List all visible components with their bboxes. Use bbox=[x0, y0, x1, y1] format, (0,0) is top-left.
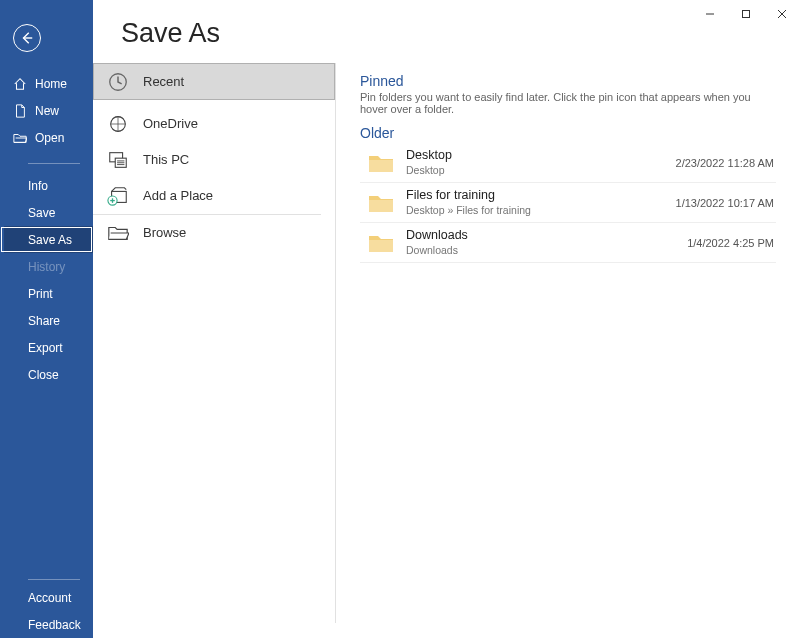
folder-timestamp: 1/4/2022 4:25 PM bbox=[687, 237, 774, 249]
folder-name: Files for training bbox=[406, 188, 664, 204]
location-addplace[interactable]: Add a Place bbox=[93, 178, 335, 214]
location-list: Recent OneDrive This PC Add a Place Brow… bbox=[93, 63, 336, 623]
sidebar-item-label: Save As bbox=[28, 233, 72, 247]
sidebar-item-save[interactable]: Save bbox=[0, 199, 93, 226]
sidebar-item-close[interactable]: Close bbox=[0, 361, 93, 388]
sidebar-item-label: Close bbox=[28, 368, 59, 382]
folder-row[interactable]: Downloads Downloads 1/4/2022 4:25 PM bbox=[360, 223, 776, 263]
folder-info: Files for training Desktop » Files for t… bbox=[406, 188, 664, 217]
section-heading-pinned: Pinned bbox=[360, 73, 776, 89]
home-icon bbox=[13, 77, 27, 91]
folder-path: Desktop » Files for training bbox=[406, 204, 664, 217]
location-onedrive[interactable]: OneDrive bbox=[93, 106, 335, 142]
back-button[interactable] bbox=[13, 24, 41, 52]
sidebar-item-new[interactable]: New bbox=[0, 97, 93, 124]
sidebar-item-history: History bbox=[0, 253, 93, 280]
sidebar-item-home[interactable]: Home bbox=[0, 70, 93, 97]
folder-icon bbox=[368, 192, 394, 214]
separator bbox=[28, 163, 80, 164]
folder-content: Pinned Pin folders you want to easily fi… bbox=[336, 63, 800, 623]
folder-timestamp: 2/23/2022 11:28 AM bbox=[676, 157, 774, 169]
folder-icon bbox=[107, 222, 129, 244]
sidebar-item-export[interactable]: Export bbox=[0, 334, 93, 361]
folder-name: Desktop bbox=[406, 148, 664, 164]
window-controls bbox=[692, 0, 800, 28]
onedrive-icon bbox=[107, 113, 129, 135]
location-browse[interactable]: Browse bbox=[93, 215, 335, 251]
location-thispc[interactable]: This PC bbox=[93, 142, 335, 178]
folder-name: Downloads bbox=[406, 228, 675, 244]
sidebar-item-print[interactable]: Print bbox=[0, 280, 93, 307]
sidebar-item-label: History bbox=[28, 260, 65, 274]
folder-path: Downloads bbox=[406, 244, 675, 257]
sidebar-item-label: Save bbox=[28, 206, 55, 220]
folder-info: Desktop Desktop bbox=[406, 148, 664, 177]
sidebar-item-label: Home bbox=[35, 77, 67, 91]
location-label: This PC bbox=[143, 152, 189, 167]
sidebar-item-label: Share bbox=[28, 314, 60, 328]
close-button[interactable] bbox=[764, 0, 800, 28]
sidebar-item-label: Info bbox=[28, 179, 48, 193]
svg-rect-1 bbox=[743, 11, 750, 18]
maximize-button[interactable] bbox=[728, 0, 764, 28]
new-document-icon bbox=[13, 104, 27, 118]
sidebar-item-saveas[interactable]: Save As bbox=[0, 226, 93, 253]
location-label: Recent bbox=[143, 74, 184, 89]
sidebar-item-label: Open bbox=[35, 131, 64, 145]
sidebar-item-account[interactable]: Account bbox=[0, 584, 93, 611]
location-label: OneDrive bbox=[143, 116, 198, 131]
add-place-icon bbox=[107, 185, 129, 207]
folder-row[interactable]: Files for training Desktop » Files for t… bbox=[360, 183, 776, 223]
folder-icon bbox=[368, 152, 394, 174]
separator bbox=[28, 579, 80, 580]
arrow-left-icon bbox=[20, 31, 34, 45]
sidebar-item-label: Print bbox=[28, 287, 53, 301]
sidebar-item-label: Export bbox=[28, 341, 63, 355]
pinned-hint: Pin folders you want to easily find late… bbox=[360, 91, 776, 115]
location-recent[interactable]: Recent bbox=[93, 63, 335, 100]
thispc-icon bbox=[107, 149, 129, 171]
backstage-sidebar: Home New Open Info Save Save As History … bbox=[0, 0, 93, 638]
location-label: Add a Place bbox=[143, 188, 213, 203]
sidebar-item-open[interactable]: Open bbox=[0, 124, 93, 151]
clock-icon bbox=[107, 71, 129, 93]
folder-info: Downloads Downloads bbox=[406, 228, 675, 257]
section-heading-older: Older bbox=[360, 125, 776, 141]
folder-icon bbox=[368, 232, 394, 254]
folder-open-icon bbox=[13, 131, 27, 145]
sidebar-item-info[interactable]: Info bbox=[0, 172, 93, 199]
main-pane: Save As Recent OneDrive This PC Add a Pl… bbox=[93, 0, 800, 638]
location-label: Browse bbox=[143, 225, 186, 240]
folder-path: Desktop bbox=[406, 164, 664, 177]
folder-row[interactable]: Desktop Desktop 2/23/2022 11:28 AM bbox=[360, 143, 776, 183]
sidebar-item-label: New bbox=[35, 104, 59, 118]
sidebar-item-share[interactable]: Share bbox=[0, 307, 93, 334]
sidebar-item-label: Feedback bbox=[28, 618, 81, 632]
folder-timestamp: 1/13/2022 10:17 AM bbox=[676, 197, 774, 209]
sidebar-item-feedback[interactable]: Feedback bbox=[0, 611, 93, 638]
sidebar-item-label: Account bbox=[28, 591, 71, 605]
minimize-button[interactable] bbox=[692, 0, 728, 28]
